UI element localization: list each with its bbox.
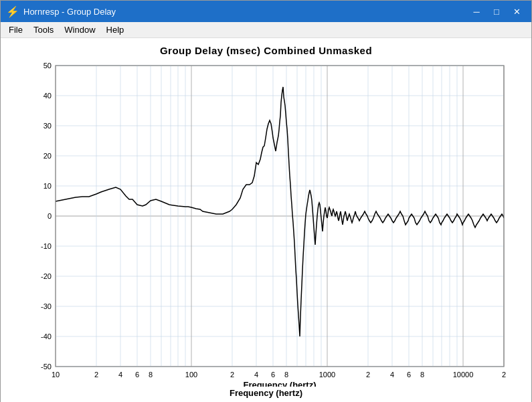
menu-window[interactable]: Window: [59, 23, 100, 36]
svg-text:4: 4: [118, 371, 122, 379]
svg-text:6: 6: [270, 371, 274, 379]
svg-text:1000: 1000: [319, 371, 335, 379]
svg-text:8: 8: [148, 371, 152, 379]
svg-text:4: 4: [389, 371, 393, 379]
svg-text:Frequency (hertz): Frequency (hertz): [243, 380, 316, 387]
chart-container: Group Delay (msec) Combined Unmasked: [1, 38, 531, 402]
title-bar-controls: ─ □ ✕: [467, 4, 526, 19]
svg-text:40: 40: [43, 92, 51, 100]
svg-text:2: 2: [230, 371, 234, 379]
svg-text:100: 100: [185, 371, 197, 379]
window-title: Hornresp - Group Delay: [23, 7, 116, 17]
svg-text:6: 6: [406, 371, 410, 379]
title-bar-left: ⚡ Hornresp - Group Delay: [6, 5, 116, 18]
svg-text:8: 8: [420, 371, 424, 379]
svg-text:-10: -10: [41, 242, 52, 250]
menu-file[interactable]: File: [3, 23, 28, 36]
svg-text:10: 10: [51, 371, 59, 379]
svg-text:10: 10: [43, 182, 51, 190]
close-button[interactable]: ✕: [507, 4, 526, 19]
svg-text:6: 6: [135, 371, 139, 379]
svg-text:50: 50: [43, 62, 51, 70]
chart-svg: 50 40 30 20 10 0 -10 -20 -30 -40 -50 10 …: [22, 59, 511, 387]
svg-text:30: 30: [43, 122, 51, 130]
menu-help[interactable]: Help: [101, 23, 130, 36]
title-bar: ⚡ Hornresp - Group Delay ─ □ ✕: [1, 1, 531, 22]
svg-text:-20: -20: [41, 272, 52, 280]
svg-text:2: 2: [501, 371, 505, 379]
main-window: ⚡ Hornresp - Group Delay ─ □ ✕ File Tool…: [0, 0, 532, 402]
svg-text:-50: -50: [41, 363, 52, 371]
svg-text:20: 20: [43, 152, 51, 160]
minimize-button[interactable]: ─: [467, 4, 486, 19]
svg-text:2: 2: [365, 371, 369, 379]
svg-text:-40: -40: [41, 332, 52, 340]
maximize-button[interactable]: □: [487, 4, 506, 19]
menu-tools[interactable]: Tools: [28, 23, 59, 36]
svg-text:4: 4: [254, 371, 258, 379]
svg-text:2: 2: [94, 371, 98, 379]
x-axis-label: Frequency (hertz): [230, 388, 302, 398]
svg-text:8: 8: [284, 371, 288, 379]
chart-title: Group Delay (msec) Combined Unmasked: [160, 45, 372, 56]
svg-text:-30: -30: [41, 302, 52, 310]
menu-bar: File Tools Window Help: [1, 22, 531, 38]
chart-area: 50 40 30 20 10 0 -10 -20 -30 -40 -50 10 …: [22, 59, 511, 387]
svg-text:0: 0: [47, 212, 51, 220]
app-icon: ⚡: [6, 5, 19, 18]
svg-text:10000: 10000: [452, 371, 473, 379]
